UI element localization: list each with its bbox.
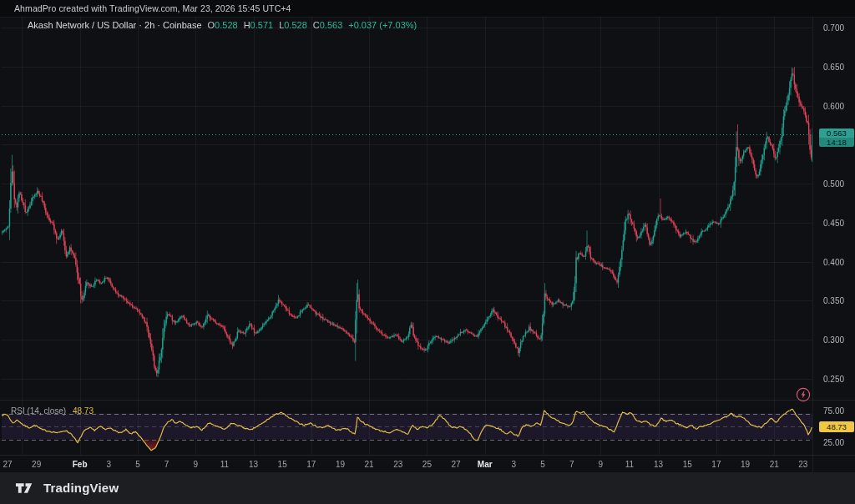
last-price-value: 0.563	[819, 129, 854, 138]
time-tick-label: 15	[278, 460, 287, 469]
time-tick-label: Feb	[73, 460, 88, 469]
price-tick-label: 0.400	[823, 257, 844, 266]
time-tick-label: 17	[306, 460, 316, 469]
price-tick-label: 0.350	[823, 296, 844, 305]
time-tick-label: 23	[798, 460, 807, 469]
time-tick-label: 13	[654, 460, 663, 469]
low-value: 0.528	[284, 20, 307, 30]
time-tick-label: 15	[683, 460, 692, 469]
time-tick-label: 29	[32, 460, 41, 469]
tradingview-logo[interactable]: TradingView	[15, 481, 119, 495]
close-value: 0.563	[320, 20, 343, 30]
open-label: O	[208, 20, 215, 30]
tradingview-mark-icon	[15, 481, 38, 495]
rsi-params: (14, close)	[27, 406, 66, 416]
open-value: 0.528	[215, 20, 238, 30]
time-tick-label: 3	[106, 460, 111, 469]
time-tick-label: 27	[3, 460, 12, 469]
time-tick-label: 21	[365, 460, 374, 469]
time-tick-label: 23	[393, 460, 402, 469]
time-tick-label: 17	[711, 460, 721, 469]
high-label: H	[244, 20, 250, 30]
change-value: +0.037 (+7.03%)	[348, 20, 417, 30]
time-tick-label: 5	[540, 460, 545, 469]
time-tick-label: 7	[164, 460, 169, 469]
last-price-badge: 0.563 14:18	[819, 129, 854, 147]
time-tick-label: Mar	[478, 460, 493, 469]
rsi-value: 48.73	[73, 406, 94, 416]
price-tick-label: 0.450	[823, 218, 844, 227]
time-tick-label: 27	[452, 460, 461, 469]
price-tick-label: 0.250	[823, 375, 844, 384]
high-value: 0.571	[250, 20, 274, 30]
time-tick-label: 19	[741, 460, 750, 469]
symbol-title: Akash Network / US Dollar · 2h · Coinbas…	[28, 20, 202, 30]
price-tick-label: 0.300	[823, 335, 844, 345]
time-tick-label: 11	[625, 460, 634, 469]
rsi-tick-label: 25.00	[823, 438, 844, 447]
rsi-title: RSI	[11, 406, 25, 416]
rsi-legend[interactable]: RSI (14, close) 48.73	[11, 406, 94, 416]
brand-wordmark: TradingView	[43, 481, 119, 495]
time-tick-label: 13	[249, 460, 258, 469]
time-tick-label: 11	[220, 460, 229, 469]
candle-countdown: 14:18	[819, 138, 854, 147]
time-tick-label: 3	[512, 460, 517, 469]
price-tick-label: 0.650	[823, 62, 844, 71]
time-tick-label: 9	[193, 460, 198, 469]
footer-bar: TradingView	[0, 472, 855, 504]
close-label: C	[313, 20, 320, 30]
candlestick-chart-canvas[interactable]	[0, 0, 855, 504]
time-tick-label: 7	[569, 460, 574, 469]
time-tick-label: 21	[770, 460, 779, 469]
price-tick-label: 0.500	[823, 179, 844, 189]
attribution-text: AhmadPro created with TradingView.com, M…	[14, 3, 291, 13]
rsi-axis-badge: 48.73	[819, 421, 854, 432]
time-tick-label: 5	[135, 460, 140, 469]
time-tick-label: 9	[599, 460, 604, 469]
lightning-bolt-icon	[796, 387, 811, 402]
price-tick-label: 0.600	[823, 101, 844, 110]
time-tick-label: 25	[422, 460, 432, 469]
rsi-tick-label: 75.00	[823, 406, 844, 415]
time-tick-label: 19	[336, 460, 345, 469]
price-tick-label: 0.700	[823, 23, 844, 33]
tradingview-chart-window: { "header": { "attribution": "AhmadPro c…	[0, 0, 855, 504]
boost-button[interactable]	[796, 387, 811, 402]
symbol-legend[interactable]: Akash Network / US Dollar · 2h · Coinbas…	[28, 20, 417, 30]
